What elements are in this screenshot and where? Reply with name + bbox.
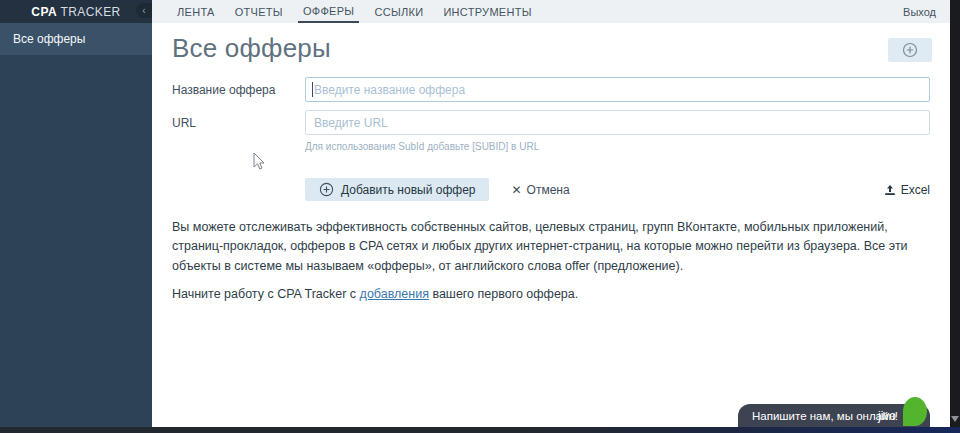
offer-url-input[interactable]: [305, 110, 930, 135]
tab-lenta[interactable]: ЛЕНТА: [172, 0, 220, 23]
tab-offery-active[interactable]: ОФФЕРЫ: [298, 0, 360, 23]
offers-description-text: Вы можете отслеживать эффективность собс…: [172, 218, 930, 276]
plus-circle-icon: [902, 42, 918, 58]
chevron-left-icon: ‹: [142, 6, 145, 16]
add-new-offer-button[interactable]: Добавить новый оффер: [305, 178, 489, 201]
sidebar-collapse-button[interactable]: ‹: [136, 3, 152, 18]
start-text-before: Начните работу с CPA Tracker с: [172, 287, 360, 301]
logo-bold-part: CPA: [31, 5, 57, 19]
main-content: Все офферы Название оффера URL Д: [152, 23, 950, 427]
offer-url-row: URL: [172, 110, 930, 135]
sidebar-item-label: Все офферы: [13, 32, 85, 46]
app-logo: CPA TRACKER: [31, 5, 120, 19]
excel-label: Excel: [901, 183, 930, 197]
add-offer-plus-button[interactable]: [888, 38, 932, 62]
plus-circle-icon: [319, 182, 334, 197]
scrollbar-down-arrow-icon[interactable]: [951, 416, 959, 422]
offer-name-input[interactable]: [305, 77, 930, 102]
add-new-offer-label: Добавить новый оффер: [341, 183, 475, 197]
chat-message: Напишите нам, мы онлайн!: [752, 410, 898, 422]
get-started-text: Начните работу с CPA Tracker с добавлени…: [172, 287, 930, 301]
tab-label: ССЫЛКИ: [374, 6, 423, 18]
offer-name-row: Название оффера: [172, 77, 930, 102]
upload-icon: [884, 184, 896, 196]
cancel-button[interactable]: ✕ Отмена: [511, 183, 569, 197]
tab-label: ЛЕНТА: [177, 6, 215, 18]
sidebar-item-all-offers[interactable]: Все офферы: [0, 23, 152, 55]
tab-ssylki[interactable]: ССЫЛКИ: [369, 0, 428, 23]
sidebar-header: CPA TRACKER ‹: [0, 0, 152, 23]
jivo-brand-label: jivo: [878, 409, 896, 423]
sidebar: CPA TRACKER ‹ Все офферы: [0, 0, 152, 427]
window-right-edge: [950, 0, 960, 433]
tab-instrumenty[interactable]: ИНСТРУМЕНТЫ: [438, 0, 536, 23]
tab-label: ОФФЕРЫ: [303, 5, 355, 17]
chat-widget[interactable]: Напишите нам, мы онлайн! jivo: [738, 404, 930, 427]
subid-hint-text: Для использования SubId добавьте [SUBID]…: [305, 141, 930, 152]
jivo-leaf-icon: [903, 397, 927, 426]
start-text-after: вашего первого оффера.: [429, 287, 578, 301]
tab-label: ИНСТРУМЕНТЫ: [443, 6, 531, 18]
logout-link[interactable]: Выход: [903, 0, 950, 23]
form-actions: Добавить новый оффер ✕ Отмена Excel: [172, 178, 930, 201]
cancel-label: Отмена: [527, 183, 570, 197]
excel-export-button[interactable]: Excel: [884, 183, 930, 197]
new-offer-form: Название оффера URL Для использования Su…: [172, 77, 930, 201]
top-navigation: ЛЕНТА ОТЧЕТЫ ОФФЕРЫ ССЫЛКИ ИНСТРУМЕНТЫ В…: [152, 0, 950, 23]
add-offer-link[interactable]: добавления: [360, 287, 429, 301]
window-bottom-edge: [0, 427, 960, 433]
tab-otchety[interactable]: ОТЧЕТЫ: [230, 0, 288, 23]
page-title: Все офферы: [172, 33, 930, 64]
text-caret: [312, 82, 313, 97]
logo-rest-part: TRACKER: [57, 5, 121, 19]
app-window: CPA TRACKER ‹ Все офферы ЛЕНТА ОТЧЕТЫ ОФ…: [0, 0, 960, 433]
offer-url-label: URL: [172, 110, 305, 135]
offer-name-label: Название оффера: [172, 77, 305, 102]
tab-label: ОТЧЕТЫ: [235, 6, 283, 18]
close-icon: ✕: [511, 183, 521, 197]
